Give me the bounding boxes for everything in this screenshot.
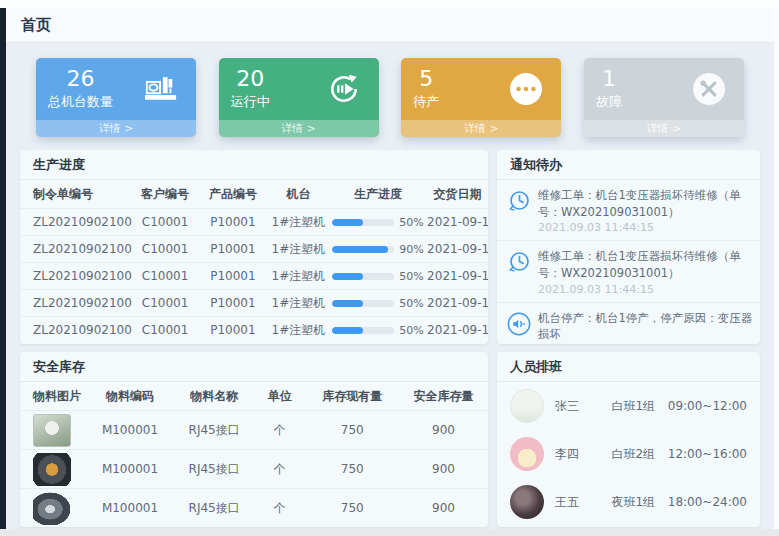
product-code: P10001 — [198, 296, 268, 310]
notice-timestamp: 2021.09.03 11:44:15 — [538, 221, 760, 234]
production-table-body: ZL202109021001C10001P100011#注塑机50%2021-0… — [20, 208, 488, 343]
machine-name: 1#注塑机 — [268, 322, 329, 339]
clock-icon — [507, 250, 531, 274]
order-number: ZL202109021001 — [20, 242, 132, 256]
production-row: ZL202109021001C10001P100011#注塑机50%2021-0… — [20, 316, 488, 343]
customer-code: C10001 — [132, 269, 198, 283]
panel-title: 人员排班 — [497, 352, 760, 382]
running-icon — [326, 71, 362, 107]
column-header: 产品编号 — [198, 186, 268, 203]
panel-title: 通知待办 — [497, 150, 760, 180]
order-number: ZL202109021001 — [20, 296, 132, 310]
stock-row: M100001RJ45接口个750900 — [20, 488, 488, 527]
stat-value: 20 — [231, 66, 270, 92]
product-code: P10001 — [198, 323, 268, 337]
stock-row: M100001RJ45接口个750900 — [20, 410, 488, 449]
schedule-row: 王五 夜班1组 18:00~24:00 — [497, 478, 760, 526]
notice-text: 维修工单：机台1变压器损坏待维修（单号：WX202109031001） — [538, 248, 760, 281]
stat-label: 待产 — [413, 92, 439, 111]
material-code: M100001 — [86, 501, 175, 515]
progress-bar — [332, 300, 394, 307]
notifications-panel: 通知待办 维修工单：机台1变压器损坏待维修（单号：WX202109031001）… — [497, 150, 760, 344]
progress-fill — [332, 327, 363, 334]
material-code: M100001 — [86, 423, 175, 437]
stat-card[interactable]: 1 故障 详情 > — [584, 58, 744, 137]
column-header: 库存现有量 — [305, 388, 399, 405]
production-table-header: 制令单编号客户编号产品编号机台生产进度交货日期 — [20, 180, 488, 208]
shift-label: 白班1组 — [611, 398, 667, 415]
product-code: P10001 — [198, 215, 268, 229]
material-name: RJ45接口 — [174, 422, 254, 439]
column-header: 机台 — [268, 186, 329, 203]
stat-card[interactable]: 5 待产 详情 > — [401, 58, 561, 137]
notice-item[interactable]: 维修工单：机台1变压器损坏待维修（单号：WX202109031001） 2021… — [497, 180, 760, 241]
stock-row: M100001RJ45接口个750900 — [20, 449, 488, 488]
material-code: M100001 — [86, 462, 175, 476]
order-number: ZL202109021001 — [20, 323, 132, 337]
unit: 个 — [254, 500, 305, 517]
detail-link[interactable]: 详情 > — [219, 120, 379, 137]
shift-label: 夜班1组 — [611, 494, 667, 511]
order-number: ZL202109021001 — [20, 269, 132, 283]
progress-bar — [332, 327, 394, 334]
machine-name: 1#注塑机 — [268, 214, 329, 231]
production-row: ZL202109021001C10001P100011#注塑机50%2021-0… — [20, 208, 488, 235]
stat-card[interactable]: 26 总机台数量 详情 > — [36, 58, 196, 137]
order-number: ZL202109021001 — [20, 215, 132, 229]
rj45-image — [33, 414, 71, 447]
production-progress-panel: 生产进度 制令单编号客户编号产品编号机台生产进度交货日期 ZL202109021… — [20, 150, 488, 344]
employee-name: 李四 — [555, 446, 611, 463]
pink-avatar — [510, 437, 544, 471]
progress-cell: 50% — [329, 297, 427, 310]
detail-link[interactable]: 详情 > — [36, 120, 196, 137]
notice-item[interactable]: 维修工单：机台1变压器损坏待维修（单号：WX202109031001） 2021… — [497, 241, 760, 302]
stat-cards: 26 总机台数量 详情 > 20 运行中 详情 > 5 待产 详情 > 1 — [20, 56, 760, 137]
progress-bar — [332, 219, 394, 226]
shift-time: 18:00~24:00 — [668, 495, 747, 509]
progress-percent: 50% — [399, 216, 423, 229]
stat-label: 故障 — [596, 92, 622, 111]
bottom-edge-strip — [0, 529, 779, 536]
photo-avatar — [510, 485, 544, 519]
stock-table-body: M100001RJ45接口个750900M100001RJ45接口个750900… — [20, 410, 488, 527]
breadcrumb-bar: 首页 — [6, 8, 774, 43]
right-edge-strip — [774, 8, 779, 529]
material-name: RJ45接口 — [174, 461, 254, 478]
material-image-cell — [20, 414, 86, 447]
material-image-cell — [20, 492, 86, 525]
cone-speaker-image — [33, 492, 71, 525]
delivery-date: 2021-09-10 — [427, 296, 488, 310]
stat-value: 26 — [48, 66, 113, 92]
stat-value: 1 — [596, 66, 622, 92]
detail-link[interactable]: 详情 > — [401, 120, 561, 137]
column-header: 安全库存量 — [399, 388, 488, 405]
personnel-schedule-panel: 人员排班 张三 白班1组 09:00~12:00 李四 白班2组 12:00~1… — [497, 352, 760, 527]
column-header: 客户编号 — [132, 186, 198, 203]
customer-code: C10001 — [132, 296, 198, 310]
shift-time: 12:00~16:00 — [668, 447, 747, 461]
product-code: P10001 — [198, 269, 268, 283]
machine-name: 1#注塑机 — [268, 268, 329, 285]
machine-name: 1#注塑机 — [268, 295, 329, 312]
safety-stock: 900 — [399, 501, 488, 515]
safety-stock-panel: 安全库存 物料图片物料编码物料名称单位库存现有量安全库存量 M100001RJ4… — [20, 352, 488, 527]
employee-name: 王五 — [555, 494, 611, 511]
column-header: 物料名称 — [174, 388, 254, 405]
notice-item[interactable]: 机台停产：机台1停产，停产原因：变压器损坏 2021.09.03 11:44:1… — [497, 303, 760, 344]
column-header: 单位 — [254, 388, 305, 405]
stat-card[interactable]: 20 运行中 详情 > — [219, 58, 379, 137]
delivery-date: 2021-09-10 — [427, 323, 488, 337]
dashboard-content: 26 总机台数量 详情 > 20 运行中 详情 > 5 待产 详情 > 1 — [6, 43, 774, 529]
progress-percent: 50% — [399, 297, 423, 310]
speaker-icon — [507, 312, 531, 336]
detail-link[interactable]: 详情 > — [584, 120, 744, 137]
machine-name: 1#注塑机 — [268, 241, 329, 258]
safety-stock: 900 — [399, 423, 488, 437]
progress-cell: 50% — [329, 270, 427, 283]
progress-fill — [332, 273, 363, 280]
stat-label: 运行中 — [231, 92, 270, 111]
current-stock: 750 — [305, 462, 399, 476]
customer-code: C10001 — [132, 242, 198, 256]
delivery-date: 2021-09-10 — [427, 215, 488, 229]
shift-label: 白班2组 — [611, 446, 667, 463]
